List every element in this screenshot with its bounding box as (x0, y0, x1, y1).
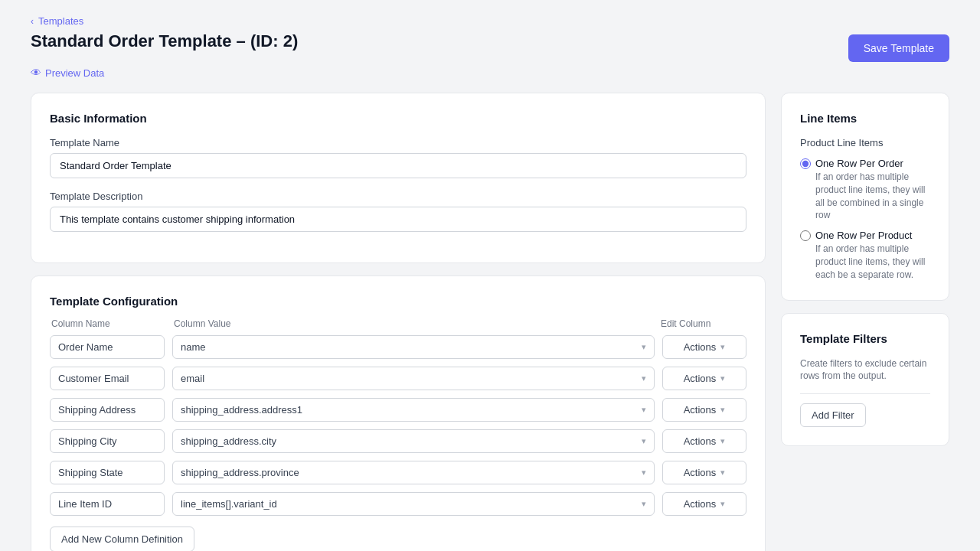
table-row: line_items[].variant_id ▾ Actions ▾ (50, 492, 746, 516)
col-value-text: shipping_address.province (181, 467, 299, 478)
filters-title: Template Filters (800, 332, 930, 345)
chevron-down-icon: ▾ (642, 468, 646, 478)
col-value-dropdown[interactable]: shipping_address.city ▾ (172, 429, 655, 453)
add-filter-button[interactable]: Add Filter (800, 403, 866, 427)
table-row: shipping_address.address1 ▾ Actions ▾ (50, 398, 746, 422)
config-title: Template Configuration (50, 295, 746, 308)
template-name-group: Template Name (50, 137, 746, 178)
table-row: shipping_address.province ▾ Actions ▾ (50, 461, 746, 484)
chevron-down-icon: ▾ (642, 342, 646, 352)
template-config-card: Template Configuration Column Name Colum… (31, 276, 766, 551)
save-template-button[interactable]: Save Template (848, 34, 949, 62)
col-value-dropdown[interactable]: shipping_address.address1 ▾ (172, 398, 655, 422)
table-row: name ▾ Actions ▾ (50, 335, 746, 359)
breadcrumb-label: Templates (38, 15, 83, 27)
actions-label: Actions (684, 404, 717, 416)
col-name-input[interactable] (50, 335, 165, 359)
preview-data-link[interactable]: 👁 Preview Data (31, 67, 949, 79)
radio-one-per-product[interactable] (800, 230, 811, 241)
col-name-input[interactable] (50, 367, 165, 390)
actions-label: Actions (684, 435, 717, 447)
basic-info-title: Basic Information (50, 112, 746, 125)
col-value-dropdown[interactable]: name ▾ (172, 335, 655, 359)
left-column: Basic Information Template Name Template… (31, 93, 766, 551)
actions-label: Actions (684, 373, 717, 384)
radio-one-per-order-desc: If an order has multiple product line it… (800, 171, 930, 222)
page-title: Standard Order Template – (ID: 2) (31, 31, 298, 51)
actions-label: Actions (684, 467, 717, 478)
chevron-down-icon: ▾ (720, 436, 725, 446)
radio-one-per-product-desc: If an order has multiple product line it… (800, 243, 930, 281)
chevron-down-icon: ▾ (720, 468, 725, 478)
basic-info-card: Basic Information Template Name Template… (31, 93, 766, 263)
filters-description: Create filters to exclude certain rows f… (800, 357, 930, 383)
col-header-name: Column Name (51, 318, 166, 329)
actions-button[interactable]: Actions ▾ (662, 461, 746, 484)
col-value-text: shipping_address.address1 (181, 404, 302, 416)
col-name-input[interactable] (50, 429, 165, 453)
template-desc-input[interactable] (50, 207, 746, 232)
line-items-title: Line Items (800, 112, 930, 125)
template-desc-group: Template Description (50, 191, 746, 232)
divider (800, 393, 930, 394)
chevron-down-icon: ▾ (720, 499, 725, 509)
col-value-dropdown[interactable]: shipping_address.province ▾ (172, 461, 655, 484)
col-headers: Column Name Column Value Edit Column (50, 318, 746, 329)
actions-button[interactable]: Actions ▾ (662, 398, 746, 422)
col-name-input[interactable] (50, 461, 165, 484)
table-row: shipping_address.city ▾ Actions ▾ (50, 429, 746, 453)
preview-data-label: Preview Data (45, 67, 104, 79)
actions-label: Actions (684, 341, 717, 353)
col-header-value: Column Value (174, 318, 653, 329)
actions-label: Actions (684, 498, 717, 510)
radio-one-per-order[interactable] (800, 158, 811, 169)
chevron-left-icon: ‹ (31, 16, 34, 27)
radio-option-one: One Row Per Order If an order has multip… (800, 158, 930, 222)
chevron-down-icon: ▾ (642, 499, 646, 509)
radio-group: One Row Per Order If an order has multip… (800, 158, 930, 282)
col-value-dropdown[interactable]: line_items[].variant_id ▾ (172, 492, 655, 516)
template-name-input[interactable] (50, 153, 746, 178)
radio-one-per-product-label: One Row Per Product (815, 230, 912, 241)
product-line-items-label: Product Line Items (800, 137, 930, 148)
actions-button[interactable]: Actions ▾ (662, 492, 746, 516)
col-value-dropdown[interactable]: email ▾ (172, 367, 655, 390)
col-header-edit: Edit Column (661, 318, 745, 329)
chevron-down-icon: ▾ (720, 342, 725, 352)
template-filters-card: Template Filters Create filters to exclu… (781, 313, 949, 447)
line-items-card: Line Items Product Line Items One Row Pe… (781, 93, 949, 301)
add-column-button[interactable]: Add New Column Definition (50, 527, 194, 551)
eye-icon: 👁 (31, 67, 41, 79)
actions-button[interactable]: Actions ▾ (662, 367, 746, 390)
radio-option-two: One Row Per Product If an order has mult… (800, 230, 930, 281)
chevron-down-icon: ▾ (720, 373, 725, 383)
template-desc-label: Template Description (50, 191, 746, 202)
right-column: Line Items Product Line Items One Row Pe… (781, 93, 949, 446)
col-name-input[interactable] (50, 492, 165, 516)
chevron-down-icon: ▾ (720, 405, 725, 415)
radio-one-per-order-label: One Row Per Order (815, 158, 903, 169)
chevron-down-icon: ▾ (642, 405, 646, 415)
template-name-label: Template Name (50, 137, 746, 148)
table-row: email ▾ Actions ▾ (50, 367, 746, 390)
chevron-down-icon: ▾ (642, 373, 646, 383)
col-value-text: shipping_address.city (181, 435, 276, 447)
col-name-input[interactable] (50, 398, 165, 422)
chevron-down-icon: ▾ (642, 436, 646, 446)
actions-button[interactable]: Actions ▾ (662, 429, 746, 453)
col-value-text: name (181, 341, 206, 353)
actions-button[interactable]: Actions ▾ (662, 335, 746, 359)
col-value-text: email (181, 373, 204, 384)
col-value-text: line_items[].variant_id (181, 498, 277, 510)
breadcrumb[interactable]: ‹ Templates (31, 15, 949, 27)
